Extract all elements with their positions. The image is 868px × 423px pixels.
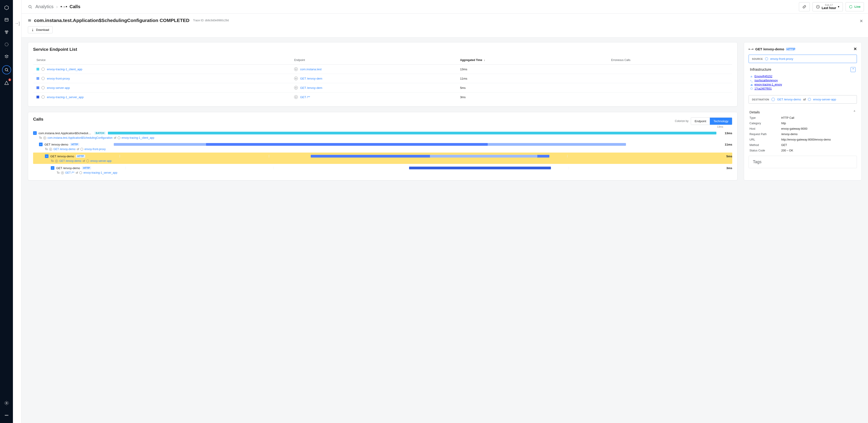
sidebar-expand-icon[interactable]: →]: [14, 21, 20, 187]
breadcrumb-root[interactable]: Analytics: [35, 4, 54, 9]
nav-apps-icon[interactable]: [3, 29, 10, 36]
col-service[interactable]: Service: [33, 56, 291, 65]
sub-service[interactable]: envoy-front-proxy: [85, 148, 105, 151]
sub-endpoint[interactable]: GET /envoy-demo: [54, 148, 75, 151]
service-link[interactable]: envoy-tracing-1_server_app: [47, 95, 84, 99]
nav-events-icon[interactable]: 1: [3, 79, 10, 87]
endpoint-link[interactable]: GET /envoy-dem: [300, 77, 322, 80]
endpoint-icon: ⊕: [294, 77, 298, 80]
colorize-endpoint[interactable]: Endpoint: [691, 118, 710, 125]
infra-item[interactable]: ›_/usr/local/bin/envoy: [750, 79, 856, 83]
call-duration: 3ms: [719, 167, 732, 170]
endpoint-link[interactable]: GET /**: [300, 95, 310, 99]
call-row[interactable]: −GET /envoy-demoHTTP5ms: [33, 153, 732, 159]
svg-line-8: [7, 71, 8, 72]
agg-time: 5ms: [457, 83, 608, 92]
col-aggregated-time[interactable]: Aggregated Time ↓: [457, 56, 608, 65]
call-name: GET /envoy-demo: [50, 155, 74, 158]
link-icon: [802, 5, 806, 9]
table-row[interactable]: envoy-tracing-1_client_app⊕com.instana.t…: [33, 65, 732, 74]
call-type-tag: HTTP: [82, 167, 91, 170]
scale-label: 13ms: [717, 125, 723, 128]
infra-collapse-icon[interactable]: ⌃: [850, 67, 856, 72]
detail-value: /envoy-demo: [781, 132, 856, 136]
sub-service[interactable]: envoy-server-app: [90, 159, 112, 162]
service-link[interactable]: envoy-tracing-1_client_app: [47, 67, 82, 71]
call-row[interactable]: −com.instana.test.Application$Scheduling…: [33, 129, 732, 136]
call-tree: 13ms −com.instana.test.Application$Sched…: [33, 129, 732, 176]
download-icon: ⭳: [31, 28, 34, 31]
infra-item[interactable]: 🜁Envoy@45152: [750, 74, 856, 79]
collapse-icon[interactable]: −: [51, 166, 54, 170]
source-service[interactable]: envoy-front-proxy: [770, 57, 793, 61]
endpoint-link[interactable]: GET /envoy-dem: [300, 86, 322, 90]
live-button[interactable]: Live: [845, 2, 864, 11]
detail-key: URL: [749, 138, 781, 141]
infra-item[interactable]: ☁envoy-tracing-1_envoy: [750, 83, 856, 87]
infra-item[interactable]: ⬡17ca2407f931: [750, 87, 856, 91]
table-row[interactable]: envoy-tracing-1_server_app⊕GET /**3ms: [33, 92, 732, 102]
detail-value: GET: [781, 144, 856, 147]
col-erroneous[interactable]: Erroneous Calls: [608, 56, 732, 65]
detail-title: •→• GET /envoy-demo HTTP: [749, 47, 795, 51]
details-kv: TypeHTTP CallCategoryhttpHostenvoy-gatew…: [749, 116, 857, 152]
nav-platforms-icon[interactable]: [3, 41, 10, 48]
flow-icon: •→•: [749, 47, 753, 51]
share-link-button[interactable]: [799, 2, 810, 11]
endpoint-icon: ⊕: [49, 148, 52, 151]
call-name: GET /envoy-demo: [56, 167, 80, 170]
endpoint-icon: ⊕: [294, 95, 298, 99]
trace-id: Trace ID: db6c9d0e9980c29d: [193, 19, 229, 22]
dest-endpoint[interactable]: GET /envoy-demo: [777, 98, 801, 101]
sub-service[interactable]: envoy-tracing-1_server_app: [84, 171, 117, 174]
service-link[interactable]: envoy-server-app: [47, 86, 70, 90]
timeframe-button[interactable]: Feb 17 Last hour ▾: [812, 2, 843, 11]
tags-section: Tags: [749, 156, 857, 168]
svg-point-3: [5, 31, 6, 32]
err-calls: [608, 92, 732, 102]
svg-point-7: [5, 68, 7, 71]
timing-bar: [120, 155, 716, 157]
service-icon: [41, 86, 44, 89]
svg-rect-1: [5, 18, 8, 21]
service-link[interactable]: envoy-front-proxy: [47, 77, 70, 80]
nav-websites-icon[interactable]: [3, 16, 10, 24]
call-row[interactable]: −GET /envoy-demoHTTP11ms: [33, 141, 732, 147]
nav-logo-icon[interactable]: [3, 4, 10, 11]
calls-title: Calls: [33, 117, 43, 122]
service-icon: [41, 95, 44, 99]
col-endpoint[interactable]: Endpoint: [291, 56, 457, 65]
sub-endpoint[interactable]: com.instana.test.Application$SchedulingC…: [48, 136, 113, 140]
endpoint-list-title: Service Endpoint List: [33, 47, 732, 52]
agg-time: 11ms: [457, 74, 608, 83]
dest-label: DESTINATION: [752, 98, 769, 101]
nav-analytics-icon[interactable]: [2, 65, 11, 74]
err-calls: [608, 83, 732, 92]
sub-endpoint[interactable]: GET /envoy-demo: [59, 159, 81, 162]
collapse-icon[interactable]: −: [45, 154, 49, 158]
download-button[interactable]: ⭳ Download: [28, 26, 53, 33]
table-row[interactable]: envoy-server-app⊕GET /envoy-dem5ms: [33, 83, 732, 92]
svg-point-6: [5, 43, 8, 46]
detail-value: envoy-gateway:8000: [781, 127, 856, 130]
detail-key: Status Code: [749, 149, 781, 152]
details-section-header[interactable]: Details ⌃: [749, 107, 857, 116]
collapse-icon[interactable]: −: [39, 143, 42, 146]
colorize-technology[interactable]: Technology: [710, 118, 732, 125]
nav-infra-icon[interactable]: [3, 53, 10, 60]
close-detail-icon[interactable]: ✕: [854, 47, 857, 52]
err-calls: [608, 65, 732, 74]
nav-events-badge: 1: [8, 78, 11, 82]
source-label: SOURCE: [752, 58, 763, 60]
collapse-icon[interactable]: −: [33, 131, 37, 135]
endpoint-icon: ⊕: [294, 86, 298, 90]
table-row[interactable]: envoy-front-proxy⊕GET /envoy-dem11ms: [33, 74, 732, 83]
sub-service[interactable]: envoy-tracing-1_client_app: [122, 136, 154, 140]
dest-service[interactable]: envoy-server-app: [813, 98, 836, 101]
endpoint-link[interactable]: com.instana.test: [300, 67, 321, 71]
call-row[interactable]: −GET /envoy-demoHTTP3ms: [33, 164, 732, 171]
call-name: com.instana.test.Application$SchedulingC…: [38, 131, 92, 135]
close-trace-icon[interactable]: ✕: [860, 19, 863, 24]
sub-endpoint[interactable]: GET /**: [65, 171, 74, 174]
trace-title: ≋ com.instana.test.Application$Schedulin…: [28, 18, 189, 23]
